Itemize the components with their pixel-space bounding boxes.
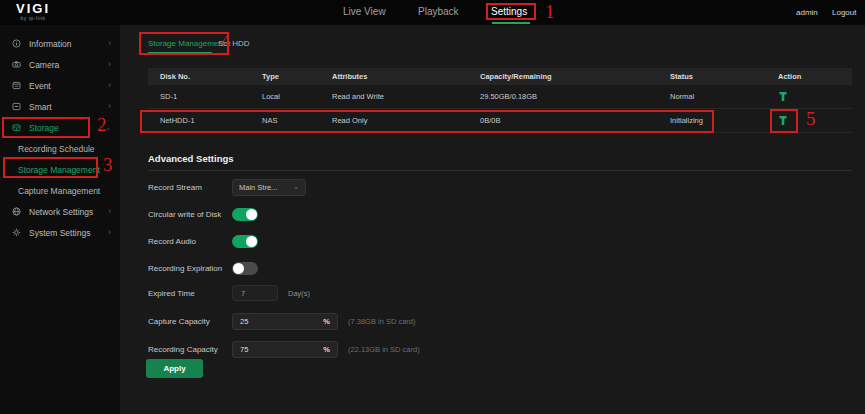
percent-unit: % [323,317,330,326]
disk-attributes: Read and Write [320,85,468,108]
event-icon [12,81,21,90]
top-bar: VIGI by tp-link Live View Playback Setti… [0,0,865,25]
col-capacity: Capacity/Remaining [468,68,658,85]
sidebar-label: Network Settings [29,207,93,217]
sidebar-item-camera[interactable]: Camera › [0,54,120,75]
chevron-down-icon: ⌄ [293,183,299,191]
settings-active-underline [492,22,530,24]
record-audio-row: Record Audio [148,232,852,250]
chevron-right-icon: › [108,39,111,48]
storage-icon [12,123,21,132]
sidebar: Information › Camera › Event › Smart › [0,25,120,414]
sidebar-sublabel: Capture Management [18,186,100,196]
capture-capacity-hint: (7.38GB in SD card) [348,317,416,326]
tab-active-underline [148,52,212,54]
col-type: Type [250,68,320,85]
col-status: Status [658,68,766,85]
toggle-knob [233,263,244,274]
recording-capacity-label: Recording Capacity [148,345,232,354]
disk-no: NetHDD-1 [148,109,250,132]
record-audio-label: Record Audio [148,237,232,246]
col-action: Action [766,68,852,85]
logo-subtext: by tp-link [16,15,50,21]
network-icon [12,207,21,216]
sidebar-label: System Settings [29,228,90,238]
apply-button[interactable]: Apply [146,359,203,378]
disk-attributes: Read Only [320,109,468,132]
nav-settings[interactable]: Settings [491,6,527,17]
format-disk-icon[interactable] [766,109,852,132]
chevron-down-icon: ⌄ [105,123,111,132]
capture-capacity-input[interactable] [240,317,323,326]
circular-write-row: Circular write of Disk [148,205,852,223]
table-row-sd1: SD-1 Local Read and Write 29.50GB/0.18GB… [148,85,852,109]
sidebar-item-information[interactable]: Information › [0,33,120,54]
recording-expiration-toggle[interactable] [232,262,258,275]
capture-capacity-label: Capture Capacity [148,317,232,326]
sidebar-item-storage-management[interactable]: Storage Management [0,159,120,180]
sidebar-item-smart[interactable]: Smart › [0,96,120,117]
disk-type: Local [250,85,320,108]
record-stream-label: Record Stream [148,183,232,192]
recording-capacity-row: Recording Capacity % (22.13GB in SD card… [148,340,852,358]
tab-storage-management[interactable]: Storage Management [148,39,225,48]
sidebar-sublabel: Recording Schedule [18,144,95,154]
record-stream-value: Main Stre... [239,183,277,192]
sidebar-label: Camera [29,60,59,70]
disk-capacity: 0B/0B [468,109,658,132]
vigi-settings-screen: VIGI by tp-link Live View Playback Setti… [0,0,865,414]
chevron-right-icon: › [108,102,111,111]
tab-set-hdd[interactable]: Set HDD [218,39,250,48]
logo-text: VIGI [16,3,50,15]
nav-live-view[interactable]: Live View [343,6,386,17]
table-row-nethdd1: NetHDD-1 NAS Read Only 0B/0B Initializin… [148,109,852,133]
recording-capacity-hint: (22.13GB in SD card) [348,345,420,354]
sidebar-label: Storage [29,123,59,133]
circular-write-toggle[interactable] [232,208,258,221]
recording-capacity-field: % [232,341,338,358]
toggle-knob [246,236,257,247]
section-divider [148,170,852,171]
record-stream-dropdown[interactable]: Main Stre... ⌄ [232,179,306,196]
sidebar-item-recording-schedule[interactable]: Recording Schedule [0,138,120,159]
chevron-right-icon: › [108,207,111,216]
logout-button[interactable]: Logout [832,8,856,17]
sidebar-label: Information [29,39,72,49]
sidebar-item-system-settings[interactable]: System Settings › [0,222,120,243]
table-header-row: Disk No. Type Attributes Capacity/Remain… [148,68,852,85]
record-audio-toggle[interactable] [232,235,258,248]
chevron-right-icon: › [108,228,111,237]
capture-capacity-field: % [232,313,338,330]
capture-capacity-row: Capture Capacity % (7.38GB in SD card) [148,312,852,330]
disk-capacity: 29.50GB/0.18GB [468,85,658,108]
disk-table: Disk No. Type Attributes Capacity/Remain… [148,68,852,133]
col-attributes: Attributes [320,68,468,85]
sidebar-item-event[interactable]: Event › [0,75,120,96]
col-disk-no: Disk No. [148,68,250,85]
disk-status: Normal [658,85,766,108]
circular-write-label: Circular write of Disk [148,210,232,219]
sidebar-sublabel: Storage Management [18,165,100,175]
sidebar-item-storage[interactable]: Storage ⌄ [0,117,120,138]
disk-no: SD-1 [148,85,250,108]
format-disk-icon[interactable] [766,85,852,108]
expired-time-input[interactable] [232,285,278,301]
record-stream-row: Record Stream Main Stre... ⌄ [148,178,852,196]
chevron-right-icon: › [108,81,111,90]
username-label: admin [796,8,818,17]
camera-icon [12,60,21,69]
recording-expiration-label: Recording Expiration [148,264,232,273]
smart-icon [12,102,21,111]
advanced-settings-title: Advanced Settings [148,153,234,164]
sidebar-item-capture-management[interactable]: Capture Management [0,180,120,201]
expired-time-unit: Day(s) [288,289,310,298]
recording-capacity-input[interactable] [240,345,323,354]
percent-unit: % [323,345,330,354]
disk-type: NAS [250,109,320,132]
sidebar-item-network-settings[interactable]: Network Settings › [0,201,120,222]
info-icon [12,39,21,48]
nav-playback[interactable]: Playback [418,6,459,17]
vigi-logo: VIGI by tp-link [16,3,50,21]
recording-expiration-row: Recording Expiration [148,259,852,277]
chevron-right-icon: › [108,60,111,69]
